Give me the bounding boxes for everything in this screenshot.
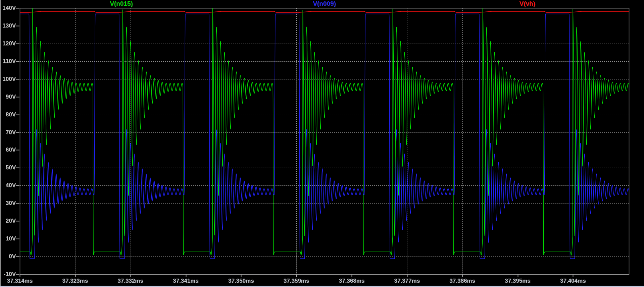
x-axis-label: 37.341ms: [162, 278, 209, 284]
x-axis-label: 37.359ms: [273, 278, 320, 284]
x-axis-label: 37.395ms: [494, 278, 541, 284]
legend-trace-label-n015[interactable]: V(n015): [110, 0, 133, 7]
x-axis-label: 37.377ms: [384, 278, 431, 284]
x-axis-label: 37.332ms: [107, 278, 154, 284]
y-axis-label: 40V: [0, 182, 16, 188]
y-axis-label: 80V: [0, 112, 16, 118]
window-bottom-edge: [0, 286, 644, 287]
y-axis-label: 20V: [0, 218, 16, 224]
y-axis-label: 10V: [0, 236, 16, 242]
x-axis-label: 37.350ms: [217, 278, 264, 284]
y-axis-label: 30V: [0, 200, 16, 206]
y-axis-label: 100V: [0, 76, 16, 82]
x-axis-label: 37.386ms: [439, 278, 486, 284]
x-axis-label: 37.314ms: [0, 278, 43, 284]
y-axis-label: -10V: [0, 271, 16, 277]
x-axis-label: 37.323ms: [52, 278, 99, 284]
y-axis-label: 50V: [0, 165, 16, 171]
y-axis-label: 0V: [0, 253, 16, 260]
y-axis-label: 130V: [0, 23, 16, 29]
ltspice-plot-pane: V(n015) V(n009) V(vh) 140V130V120V110V10…: [0, 0, 644, 287]
waveform-plot-canvas[interactable]: [0, 0, 644, 287]
y-axis-label: 120V: [0, 41, 16, 47]
y-axis-label: 70V: [0, 129, 16, 135]
legend-trace-label-n009[interactable]: V(n009): [313, 0, 336, 7]
y-axis-label: 60V: [0, 147, 16, 153]
legend-trace-label-vh[interactable]: V(vh): [519, 0, 536, 7]
window-left-edge: [0, 0, 1, 286]
y-axis-label: 140V: [0, 5, 16, 11]
x-axis-label: 37.368ms: [328, 278, 375, 284]
y-axis-label: 90V: [0, 94, 16, 100]
y-axis-label: 110V: [0, 58, 16, 64]
x-axis-label: 37.404ms: [549, 278, 596, 284]
